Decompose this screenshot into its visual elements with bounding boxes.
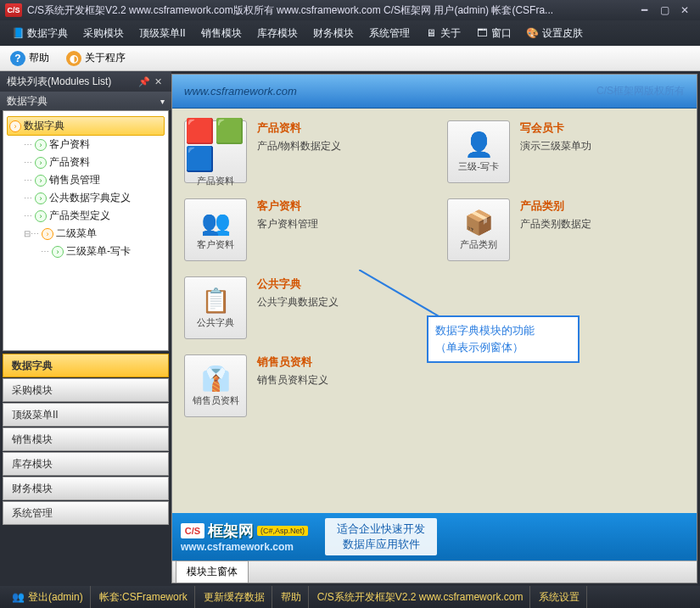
card-title: 客户资料 (257, 198, 318, 214)
tree-connector: ⋯ (24, 193, 32, 203)
menu-item-6[interactable]: 系统管理 (362, 23, 417, 44)
card-caption: 销售员资料 (193, 394, 239, 407)
tree-node-0[interactable]: ›数据字典 (7, 116, 165, 136)
nav-label: 财务模块 (12, 482, 53, 496)
status-seg-4[interactable]: C/S系统开发框架V2.2 www.csframework.com (311, 586, 531, 608)
card-caption: 客户资料 (197, 238, 234, 251)
about-icon: ◐ (66, 51, 81, 66)
tree-connector: ⋯ (24, 176, 32, 185)
status-seg-0[interactable]: 👥登出(admin) (5, 586, 91, 608)
callout-line1: 数据字典模块的功能 (435, 322, 571, 339)
menu-item-9[interactable]: 🎨设置皮肤 (520, 23, 590, 44)
card-caption: 产品资料 (197, 175, 234, 187)
tree-node-1[interactable]: ⋯›客户资料 (7, 136, 165, 153)
menu-item-4[interactable]: 库存模块 (250, 23, 305, 44)
about-label: 关于程序 (85, 51, 126, 65)
module-card-2: 👥客户资料客户资料客户资料管理 (184, 198, 413, 261)
status-bar: 👥登出(admin)帐套:CSFramework更新缓存数据帮助C/S系统开发框… (0, 586, 700, 608)
status-seg-5[interactable]: 系统设置 (532, 586, 587, 608)
tree-connector: ⋯ (41, 247, 49, 256)
help-button[interactable]: ? 帮助 (5, 48, 54, 69)
tree-group-header[interactable]: 数据字典 ▾ (0, 92, 171, 110)
card-title: 产品类别 (520, 198, 591, 214)
card-glyph-icon: 🟥🟩🟦 (185, 117, 246, 173)
module-card-3: 📦产品类别产品类别产品类别数据定 (447, 198, 676, 261)
nav-button-1[interactable]: 采购模块 (3, 378, 169, 402)
nav-button-3[interactable]: 销售模块 (3, 427, 169, 451)
menu-item-8[interactable]: 🗔窗口 (469, 23, 518, 44)
menu-label: 顶级菜单II (139, 26, 186, 41)
status-label: 登出(admin) (28, 590, 83, 605)
title-bar: C/S C/S系统开发框架V2.2 www.csframework.com版权所… (0, 0, 700, 20)
status-seg-2[interactable]: 更新缓存数据 (197, 586, 272, 608)
nav-label: 顶级菜单II (12, 408, 59, 422)
callout-box: 数据字典模块的功能 （单表示例窗体） (427, 315, 580, 363)
card-icon-button[interactable]: 📋公共字典 (184, 276, 247, 339)
menu-bar: 📘数据字典采购模块顶级菜单II销售模块库存模块财务模块系统管理🖥关于🗔窗口🎨设置… (0, 20, 700, 46)
bullet-icon: › (35, 175, 47, 187)
tree-node-7[interactable]: ⋯›三级菜单-写卡 (7, 243, 165, 260)
card-icon-button[interactable]: 👤三级-写卡 (447, 120, 510, 183)
tab-bar: 模块主窗体 (172, 561, 697, 583)
module-card-0: 🟥🟩🟦产品资料产品资料产品/物料数据定义 (184, 120, 413, 183)
card-glyph-icon: 📋 (201, 287, 231, 315)
bullet-icon: › (35, 157, 47, 169)
tree-node-4[interactable]: ⋯›公共数据字典定义 (7, 189, 165, 207)
body: 模块列表(Modules List) 📌 ✕ 数据字典 ▾ ›数据字典⋯›客户资… (0, 71, 700, 586)
status-seg-1[interactable]: 帐套:CSFramework (92, 586, 195, 608)
nav-button-4[interactable]: 库存模块 (3, 452, 169, 476)
card-glyph-icon: 👔 (201, 365, 231, 393)
tree-node-3[interactable]: ⋯›销售员管理 (7, 171, 165, 189)
menu-label: 财务模块 (313, 26, 354, 41)
expand-icon[interactable]: ⊟⋯ (24, 229, 39, 238)
banner-logo: C/S 框架网 (C#,Asp.Net) www.csframework.com (181, 521, 308, 553)
tree-node-6[interactable]: ⊟⋯›二级菜单 (7, 225, 165, 243)
toolbar: ? 帮助 ◐ 关于程序 (0, 46, 700, 71)
nav-button-5[interactable]: 财务模块 (3, 477, 169, 500)
bullet-icon: › (35, 192, 47, 204)
menu-label: 系统管理 (369, 26, 410, 41)
menu-item-2[interactable]: 顶级菜单II (132, 23, 193, 44)
minimize-button[interactable]: ━ (634, 3, 654, 18)
tree-node-2[interactable]: ⋯›产品资料 (7, 153, 165, 171)
tree-node-5[interactable]: ⋯›产品类型定义 (7, 207, 165, 225)
bullet-icon: › (9, 120, 21, 132)
menu-label: 库存模块 (257, 26, 298, 41)
header-brand: C/S框架网版权所有 (596, 84, 685, 98)
menu-item-3[interactable]: 销售模块 (194, 23, 249, 44)
help-icon: ? (10, 51, 25, 66)
status-seg-3[interactable]: 帮助 (274, 586, 309, 608)
close-panel-icon[interactable]: ✕ (151, 75, 165, 88)
nav-button-0[interactable]: 数据字典 (3, 354, 169, 377)
main-panel: www.csframework.com C/S框架网版权所有 🟥🟩🟦产品资料产品… (171, 74, 697, 583)
bullet-icon: › (42, 228, 53, 240)
app-logo: C/S (5, 3, 22, 17)
card-icon-button[interactable]: 📦产品类别 (447, 198, 510, 261)
bullet-icon: › (35, 139, 47, 151)
card-title: 公共字典 (257, 276, 339, 292)
menu-item-0[interactable]: 📘数据字典 (5, 23, 75, 44)
card-icon-button[interactable]: 👔销售员资料 (184, 354, 247, 417)
tab-module-main[interactable]: 模块主窗体 (176, 561, 249, 583)
card-desc: 客户资料管理 (257, 217, 318, 231)
card-icon-button[interactable]: 👥客户资料 (184, 198, 247, 261)
menu-item-5[interactable]: 财务模块 (306, 23, 361, 44)
status-label: 系统设置 (539, 590, 580, 605)
pin-icon[interactable]: 📌 (137, 75, 151, 88)
sidebar-header: 模块列表(Modules List) 📌 ✕ (0, 71, 171, 92)
footer-banner: C/S 框架网 (C#,Asp.Net) www.csframework.com… (172, 513, 697, 561)
menu-label: 销售模块 (201, 26, 242, 41)
maximize-button[interactable]: ▢ (654, 3, 675, 18)
about-button[interactable]: ◐ 关于程序 (61, 48, 131, 69)
status-label: 更新缓存数据 (204, 590, 265, 605)
close-button[interactable]: ✕ (675, 3, 695, 18)
menu-item-7[interactable]: 🖥关于 (418, 23, 468, 44)
sidebar-title: 模块列表(Modules List) (7, 75, 111, 89)
nav-button-2[interactable]: 顶级菜单II (3, 403, 169, 427)
menu-item-1[interactable]: 采购模块 (76, 23, 131, 44)
card-icon-button[interactable]: 🟥🟩🟦产品资料 (184, 120, 247, 183)
nav-button-6[interactable]: 系统管理 (3, 501, 169, 525)
tree-label: 数据字典 (24, 119, 64, 133)
card-glyph-icon: 👤 (464, 131, 494, 159)
card-desc: 演示三级菜单功 (520, 139, 591, 153)
